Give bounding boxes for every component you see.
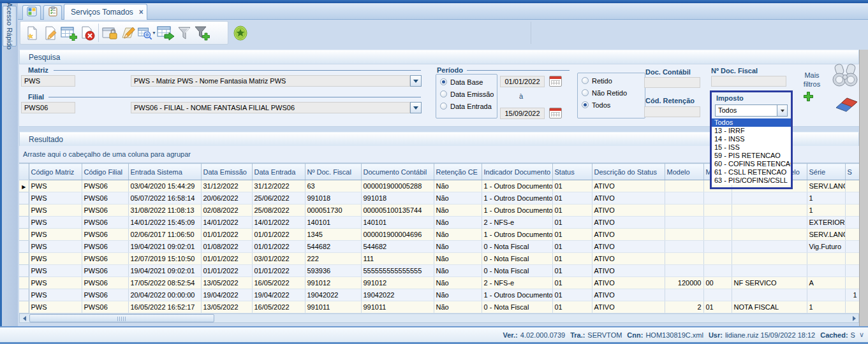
- grid-cell[interactable]: PWS06: [82, 180, 128, 192]
- imposto-option[interactable]: 14 - INSS: [712, 135, 791, 143]
- grid-cell[interactable]: Não: [434, 204, 482, 217]
- grid-cell[interactable]: 593936: [305, 265, 361, 277]
- grid-cell[interactable]: [845, 253, 859, 265]
- row-selector-cell[interactable]: [19, 253, 29, 265]
- date-to-field[interactable]: 15/09/2022: [500, 108, 545, 119]
- column-header[interactable]: S: [845, 164, 859, 180]
- grid-cell[interactable]: [703, 204, 732, 217]
- grid-cell[interactable]: 1 - Outros Documentos: [482, 289, 552, 301]
- grid-cell[interactable]: 01: [552, 253, 592, 265]
- grid-cell[interactable]: ATIVO: [592, 241, 665, 253]
- grid-cell[interactable]: 20/04/2022 00:00:00: [128, 289, 201, 301]
- grid-cell[interactable]: [845, 301, 859, 313]
- imposto-option[interactable]: 61 - CSLL RETENCAO: [712, 168, 791, 176]
- matriz-description-field[interactable]: PWS - Matriz PWS - Nome Fantasia Matriz …: [131, 75, 410, 87]
- grid-cell[interactable]: 000001900004696: [361, 229, 434, 241]
- grid-cell[interactable]: 19042022: [305, 289, 361, 301]
- lock-form-icon[interactable]: [101, 23, 119, 43]
- row-selector-cell[interactable]: [19, 241, 29, 253]
- num-doc-fiscal-field[interactable]: [711, 76, 786, 87]
- grid-cell[interactable]: 1 - Outros Documentos: [482, 229, 552, 241]
- grid-cell[interactable]: 16/05/2022: [252, 301, 305, 313]
- grid-cell[interactable]: [732, 229, 807, 241]
- favorite-icon[interactable]: [231, 23, 249, 43]
- grid-cell[interactable]: ATIVO: [592, 265, 665, 277]
- retido-radio[interactable]: Retido: [582, 76, 645, 85]
- grid-cell[interactable]: 544682: [305, 241, 361, 253]
- grid-cell[interactable]: 1: [807, 192, 845, 204]
- grid-cell[interactable]: 991012: [361, 277, 434, 289]
- grid-cell[interactable]: 1: [807, 301, 845, 313]
- grid-cell[interactable]: 555555555555555: [361, 265, 434, 277]
- row-selector-cell[interactable]: [19, 204, 29, 217]
- grid-cell[interactable]: 01: [552, 192, 592, 204]
- grid-cell[interactable]: PWS: [29, 265, 82, 277]
- grid-cell[interactable]: PWS06: [82, 289, 128, 301]
- grid-cell[interactable]: Não: [434, 241, 482, 253]
- grid-cell[interactable]: 01: [552, 229, 592, 241]
- grid-cell[interactable]: [732, 241, 807, 253]
- grid-cell[interactable]: PWS06: [82, 265, 128, 277]
- grid-cell[interactable]: [807, 253, 845, 265]
- grid-cell[interactable]: [665, 204, 703, 217]
- grid-cell[interactable]: Vig.Futuro: [807, 241, 845, 253]
- eraser-clear-icon[interactable]: [833, 94, 860, 117]
- column-header[interactable]: Descrição do Status: [592, 164, 665, 180]
- grid-cell[interactable]: 01/01/2022: [201, 253, 252, 265]
- grid-cell[interactable]: Não: [434, 192, 482, 204]
- grid-cell[interactable]: 19/04/2021 09:02:01: [128, 265, 201, 277]
- grid-cell[interactable]: 0 - Nota Fiscal: [482, 265, 552, 277]
- grid-cell[interactable]: Não: [434, 301, 482, 313]
- matriz-dropdown-button[interactable]: [410, 75, 422, 87]
- scrollbar-thumb[interactable]: [29, 314, 214, 322]
- grid-cell[interactable]: 1: [845, 289, 859, 301]
- grid-cell[interactable]: 16/05/2022: [252, 277, 305, 289]
- retido-radio[interactable]: Não Retido: [582, 88, 645, 97]
- grid-cell[interactable]: 01: [552, 301, 592, 313]
- grid-cell[interactable]: SERV.LANC: [807, 229, 845, 241]
- doc-contabil-field[interactable]: [644, 77, 700, 88]
- tab-grid[interactable]: [22, 5, 41, 20]
- periodo-radio[interactable]: Data Base: [440, 77, 497, 87]
- table-row[interactable]: PWSPWS0602/06/2017 11:06:5001/01/202201/…: [19, 229, 859, 241]
- grid-cell[interactable]: 01: [552, 217, 592, 229]
- grid-cell[interactable]: ATIVO: [592, 277, 665, 289]
- imposto-option[interactable]: 60 - COFINS RETENCAO: [712, 160, 791, 168]
- grid-cell[interactable]: [732, 253, 807, 265]
- grid-cell[interactable]: [845, 277, 859, 289]
- grid-cell[interactable]: 63: [305, 180, 361, 192]
- grid-cell[interactable]: [703, 241, 732, 253]
- grid-cell[interactable]: 120000: [665, 277, 703, 289]
- grid-cell[interactable]: 01: [552, 180, 592, 192]
- grid-cell[interactable]: 17/05/2022 08:52:54: [128, 277, 201, 289]
- grid-cell[interactable]: 991018: [305, 192, 361, 204]
- grid-cell[interactable]: [845, 204, 859, 217]
- column-header[interactable]: Documento Contábil: [361, 164, 434, 180]
- retido-radio[interactable]: Todos: [582, 100, 645, 110]
- column-header[interactable]: Nº Doc. Fiscal: [305, 164, 361, 180]
- grid-cell[interactable]: PWS: [29, 301, 82, 313]
- sign-pencil-icon[interactable]: [119, 23, 138, 43]
- grid-cell[interactable]: [665, 241, 703, 253]
- imposto-option[interactable]: Todos: [712, 118, 791, 127]
- grid-cell[interactable]: 0 - Nota Fiscal: [482, 253, 552, 265]
- scroll-left-arrow-icon[interactable]: [20, 314, 29, 322]
- statusbar-chevron-icon[interactable]: ∨: [859, 331, 864, 339]
- grid-cell[interactable]: PWS06: [82, 192, 128, 204]
- grid-cell[interactable]: 000051730: [305, 204, 361, 217]
- quick-access-tab[interactable]: Acesso Rápido: [3, 6, 17, 47]
- grid-cell[interactable]: [665, 253, 703, 265]
- grid-cell[interactable]: 000005100135744: [361, 204, 434, 217]
- grid-cell[interactable]: 140101: [361, 217, 434, 229]
- grid-cell[interactable]: 0 - Nota Fiscal: [482, 241, 552, 253]
- row-selector-cell[interactable]: [19, 192, 29, 204]
- grid-cell[interactable]: 16/05/2022 16:52:17: [128, 301, 201, 313]
- grid-cell[interactable]: [732, 289, 807, 301]
- grid-cell[interactable]: Não: [434, 289, 482, 301]
- grid-cell[interactable]: NOTA FISCAL: [732, 301, 807, 313]
- grid-cell[interactable]: 1: [807, 204, 845, 217]
- grid-cell[interactable]: [845, 192, 859, 204]
- grid-cell[interactable]: 991012: [305, 277, 361, 289]
- column-header[interactable]: Entrada Sistema: [128, 164, 201, 180]
- grid-cell[interactable]: PWS: [29, 217, 82, 229]
